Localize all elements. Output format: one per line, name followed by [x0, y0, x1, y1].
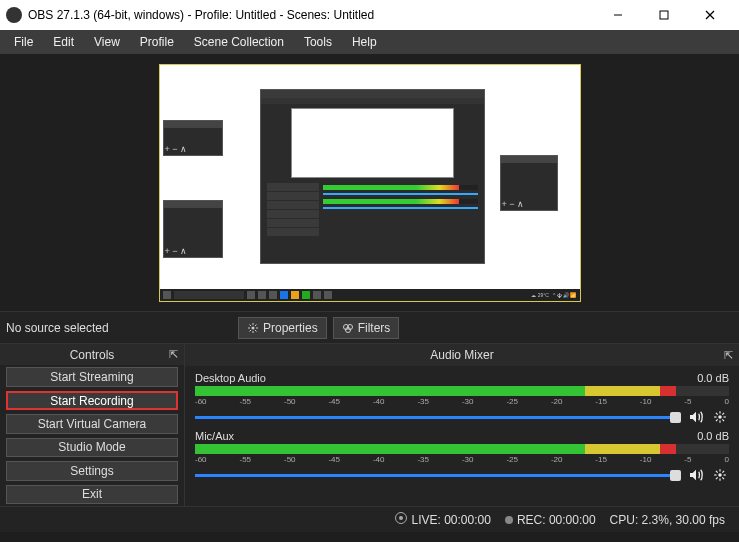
- preview-nested-obs: [260, 89, 485, 264]
- exit-button[interactable]: Exit: [6, 485, 178, 504]
- start-streaming-button[interactable]: Start Streaming: [6, 367, 178, 386]
- vu-scale: -60-55-50-45-40-35-30-25-20-15-10-50: [195, 397, 729, 406]
- svg-line-32: [722, 471, 724, 473]
- filters-button[interactable]: Filters: [333, 317, 400, 339]
- properties-label: Properties: [263, 321, 318, 335]
- menu-help[interactable]: Help: [342, 33, 387, 51]
- preview-source-window: + − ∧: [163, 200, 223, 258]
- svg-line-30: [716, 471, 718, 473]
- volume-slider[interactable]: [195, 416, 681, 419]
- controls-panel: Controls ⇱ Start Streaming Start Recordi…: [0, 344, 185, 506]
- filters-label: Filters: [358, 321, 391, 335]
- svg-line-31: [722, 477, 724, 479]
- window-title: OBS 27.1.3 (64-bit, windows) - Profile: …: [28, 8, 595, 22]
- menu-tools[interactable]: Tools: [294, 33, 342, 51]
- audio-mixer-panel: Audio Mixer ⇱ Desktop Audio 0.0 dB -60-5…: [185, 344, 739, 506]
- mute-button[interactable]: [687, 466, 705, 484]
- window-close-button[interactable]: [687, 0, 733, 30]
- menu-profile[interactable]: Profile: [130, 33, 184, 51]
- svg-line-33: [716, 477, 718, 479]
- track-settings-button[interactable]: [711, 466, 729, 484]
- menu-view[interactable]: View: [84, 33, 130, 51]
- svg-point-16: [718, 415, 722, 419]
- menu-file[interactable]: File: [4, 33, 43, 51]
- svg-line-21: [716, 413, 718, 415]
- obs-app-icon: [6, 7, 22, 23]
- controls-header: Controls ⇱: [0, 344, 184, 365]
- track-name: Desktop Audio: [195, 372, 266, 384]
- mixer-track: Mic/Aux 0.0 dB -60-55-50-45-40-35-30-25-…: [195, 430, 729, 484]
- start-virtual-camera-button[interactable]: Start Virtual Camera: [6, 414, 178, 433]
- audio-mixer-header-label: Audio Mixer: [430, 348, 493, 362]
- broadcast-icon: [395, 512, 407, 524]
- preview-canvas[interactable]: + − ∧ + − ∧ + − ∧ ☁ 29°C ^ ⏻ 🔊 📶: [159, 64, 581, 302]
- svg-line-9: [250, 324, 252, 326]
- start-recording-button[interactable]: Start Recording: [6, 391, 178, 411]
- status-cpu: CPU: 2.3%, 30.00 fps: [610, 513, 725, 527]
- status-bar: LIVE: 00:00:00 REC: 00:00:00 CPU: 2.3%, …: [0, 506, 739, 532]
- svg-line-23: [722, 413, 724, 415]
- audio-mixer-popout-icon[interactable]: ⇱: [724, 349, 733, 362]
- controls-header-label: Controls: [70, 348, 115, 362]
- volume-slider[interactable]: [195, 474, 681, 477]
- menu-scene-collection[interactable]: Scene Collection: [184, 33, 294, 51]
- mixer-track: Desktop Audio 0.0 dB -60-55-50-45-40-35-…: [195, 372, 729, 426]
- vu-meter: [195, 444, 729, 454]
- svg-line-24: [716, 419, 718, 421]
- record-dot-icon: [505, 516, 513, 524]
- window-maximize-button[interactable]: [641, 0, 687, 30]
- svg-line-22: [722, 419, 724, 421]
- preview-source-window: + − ∧: [163, 120, 223, 156]
- track-name: Mic/Aux: [195, 430, 234, 442]
- status-rec: REC: 00:00:00: [505, 513, 596, 527]
- source-status-label: No source selected: [6, 321, 206, 335]
- menu-bar: File Edit View Profile Scene Collection …: [0, 30, 739, 54]
- settings-button[interactable]: Settings: [6, 461, 178, 480]
- svg-line-11: [255, 324, 257, 326]
- vu-scale: -60-55-50-45-40-35-30-25-20-15-10-50: [195, 455, 729, 464]
- track-level: 0.0 dB: [697, 430, 729, 442]
- track-settings-button[interactable]: [711, 408, 729, 426]
- svg-point-25: [718, 473, 722, 477]
- preview-area[interactable]: + − ∧ + − ∧ + − ∧ ☁ 29°C ^ ⏻ 🔊 📶: [0, 54, 739, 312]
- track-level: 0.0 dB: [697, 372, 729, 384]
- svg-line-12: [250, 330, 252, 332]
- svg-line-10: [255, 330, 257, 332]
- window-minimize-button[interactable]: [595, 0, 641, 30]
- controls-popout-icon[interactable]: ⇱: [169, 348, 178, 361]
- properties-button[interactable]: Properties: [238, 317, 327, 339]
- svg-rect-1: [660, 11, 668, 19]
- studio-mode-button[interactable]: Studio Mode: [6, 438, 178, 457]
- preview-taskbar: ☁ 29°C ^ ⏻ 🔊 📶: [160, 289, 580, 301]
- source-toolbar: No source selected Properties Filters: [0, 312, 739, 344]
- mute-button[interactable]: [687, 408, 705, 426]
- svg-point-4: [252, 326, 255, 329]
- vu-meter: [195, 386, 729, 396]
- window-titlebar: OBS 27.1.3 (64-bit, windows) - Profile: …: [0, 0, 739, 30]
- preview-source-window: + − ∧: [500, 155, 558, 211]
- menu-edit[interactable]: Edit: [43, 33, 84, 51]
- status-live: LIVE: 00:00:00: [395, 512, 490, 527]
- audio-mixer-header: Audio Mixer ⇱: [185, 344, 739, 366]
